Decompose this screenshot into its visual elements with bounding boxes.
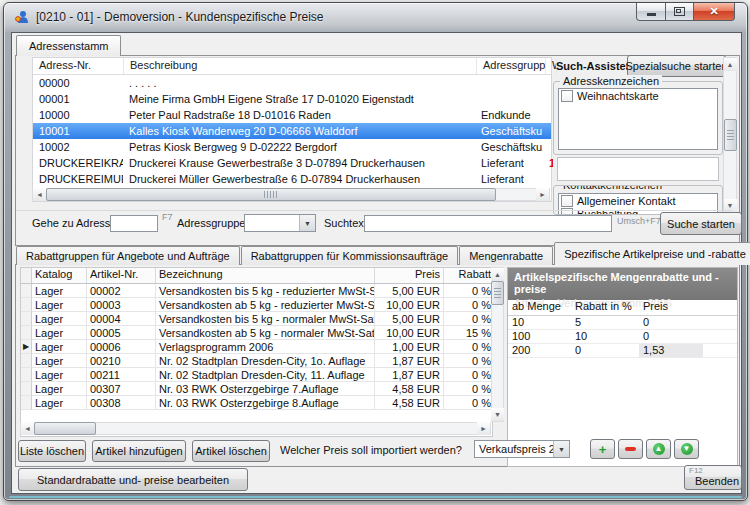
scroll-left-icon[interactable]: ◄ bbox=[33, 188, 46, 201]
address-row[interactable]: 10000Peter Paul Radstraße 18 D-01016 Rad… bbox=[33, 107, 551, 123]
scroll-up-icon[interactable]: ▲ bbox=[491, 268, 504, 281]
checkbox-icon[interactable] bbox=[561, 90, 573, 102]
address-flag-item[interactable]: Weihnachtskarte bbox=[559, 89, 717, 102]
quit-button[interactable]: F12 Beenden bbox=[684, 465, 742, 490]
scroll-left-icon[interactable]: ◄ bbox=[21, 422, 34, 435]
tab-adressenstamm[interactable]: Adressenstamm bbox=[16, 35, 121, 56]
address-row[interactable]: DRUCKEREIMUELLERDruckerei Müller Gewerbe… bbox=[33, 171, 551, 187]
address-hscroll-thumb[interactable] bbox=[46, 188, 496, 201]
article-row[interactable]: Lager00307Nr. 03 RWK Osterzgebirge 7.Auf… bbox=[21, 382, 492, 396]
column-header-rabatt[interactable]: Rabatt bbox=[444, 268, 495, 283]
delete-list-button[interactable]: Liste löschen bbox=[18, 440, 86, 462]
import-price-combobox[interactable]: Verkaufspreis 2 ▼ bbox=[474, 440, 570, 458]
qty-row[interactable]: 20001,53 bbox=[508, 344, 737, 358]
preis-cell: 1,87 EUR bbox=[375, 368, 444, 382]
article-row[interactable]: Lager00004Versandkosten bis 5 kg - norma… bbox=[21, 312, 492, 326]
price-tab-0[interactable]: Rabattgruppen für Angebote und Aufträge bbox=[16, 246, 240, 265]
special-search-button[interactable]: Spezialsuche starten bbox=[627, 55, 726, 77]
scroll-up-icon[interactable]: ▲ bbox=[724, 58, 737, 71]
column-header-adressgruppe[interactable]: Adressgruppe bbox=[477, 58, 546, 74]
quantity-table-body: 105010010020001,53 bbox=[508, 316, 737, 358]
article-row[interactable]: Lager00308Nr. 03 RWK Osterzgebirge 8.Auf… bbox=[21, 396, 492, 410]
column-header-bezeichnung[interactable]: Bezeichnung bbox=[156, 268, 375, 283]
rabatt-cell: 0 % bbox=[444, 354, 495, 368]
move-up-button[interactable]: ▲ bbox=[646, 439, 671, 459]
move-down-button[interactable]: ▼ bbox=[674, 439, 699, 459]
searchtext-input[interactable] bbox=[364, 215, 612, 232]
column-header-katalog[interactable]: Katalog bbox=[32, 268, 87, 283]
delete-article-button[interactable]: Artikel löschen bbox=[192, 440, 270, 462]
column-header-adressnr[interactable]: Adress-Nr. bbox=[33, 58, 124, 74]
address-nr-cell: DRUCKEREIMUELLER bbox=[33, 173, 123, 185]
article-row[interactable]: ▶Lager00006Verlagsprogramm 20061,00 EUR0… bbox=[21, 340, 492, 354]
article-vscroll-thumb[interactable] bbox=[491, 281, 504, 305]
quantity-panel-header: Artikelspezifische Mengenrabatte und -pr… bbox=[508, 268, 737, 300]
title-bar[interactable]: [0210 - 01] - Demoversion - Kundenspezif… bbox=[4, 3, 747, 31]
row-marker-cell bbox=[21, 298, 32, 312]
edit-default-prices-button[interactable]: Standardrabatte und- preise bearbeiten bbox=[18, 468, 248, 491]
address-group-cell: Lieferant bbox=[475, 157, 543, 169]
address-row[interactable]: 00001Meine Firma GmbH Eigene Straße 17 D… bbox=[33, 91, 551, 107]
address-nr-cell: 10001 bbox=[33, 125, 123, 137]
qty-preis-cell: 0 bbox=[639, 316, 703, 329]
column-header-rabattpct[interactable]: Rabatt in % bbox=[571, 300, 639, 315]
column-header-artikelnr[interactable]: Artikel-Nr. bbox=[87, 268, 156, 283]
rabatt-cell: 0 % bbox=[444, 368, 495, 382]
sa-vscroll-thumb[interactable] bbox=[724, 119, 737, 151]
chevron-down-icon[interactable]: ▼ bbox=[553, 441, 569, 457]
start-search-button[interactable]: Suche starten bbox=[660, 212, 742, 235]
contact-flag-item[interactable]: Allgemeiner Kontakt bbox=[559, 194, 717, 207]
address-table-hscrollbar[interactable]: ◄ ► bbox=[32, 188, 550, 201]
scroll-right-icon[interactable]: ► bbox=[536, 188, 549, 201]
add-article-button[interactable]: Artikel hinzufügen bbox=[92, 440, 186, 462]
minimize-button[interactable] bbox=[636, 3, 666, 21]
column-header-preis[interactable]: Preis bbox=[375, 268, 444, 283]
app-icon bbox=[14, 9, 30, 25]
scroll-down-icon[interactable]: ▼ bbox=[491, 408, 504, 421]
column-header-qpreis[interactable]: Preis bbox=[639, 300, 703, 315]
address-nr-cell: DRUCKEREIKRAUSE bbox=[33, 157, 123, 169]
katalog-cell: Lager bbox=[32, 396, 87, 410]
contact-flag-label: Allgemeiner Kontakt bbox=[577, 195, 675, 207]
preis-cell: 1,87 EUR bbox=[375, 354, 444, 368]
add-row-button[interactable]: + bbox=[590, 439, 615, 459]
chevron-down-icon[interactable]: ▼ bbox=[299, 215, 315, 231]
address-row[interactable]: DRUCKEREIKRAUSEDruckerei Krause Gewerbes… bbox=[33, 155, 551, 171]
scroll-right-icon[interactable]: ► bbox=[477, 422, 490, 435]
article-row[interactable]: Lager00210Nr. 02 Stadtplan Dresden-City,… bbox=[21, 354, 492, 368]
article-row[interactable]: Lager00211Nr. 02 Stadtplan Dresden-City,… bbox=[21, 368, 492, 382]
address-desc-cell: Peter Paul Radstraße 18 D-01016 Raden bbox=[123, 109, 475, 121]
article-row[interactable]: Lager00003Versandkosten ab 5 kg - reduzi… bbox=[21, 298, 492, 312]
qty-row[interactable]: 1050 bbox=[508, 316, 737, 330]
address-group-label: Adressgruppe bbox=[177, 217, 246, 229]
rabatt-cell: 0 % bbox=[444, 382, 495, 396]
article-row[interactable]: Lager00002Versandkosten bis 5 kg - reduz… bbox=[21, 284, 492, 298]
address-row[interactable]: 10002Petras Kiosk Bergweg 9 D-02222 Berg… bbox=[33, 139, 551, 155]
column-header-abmenge[interactable]: ab Menge bbox=[508, 300, 571, 315]
address-flags-listbox[interactable]: Weihnachtskarte bbox=[558, 88, 718, 150]
address-row[interactable]: 00000. . . . . bbox=[33, 75, 551, 91]
address-row[interactable]: 10001Kalles Kiosk Wanderweg 20 D-06666 W… bbox=[33, 123, 551, 139]
address-group-cell: Endkunde bbox=[475, 109, 543, 121]
goto-address-input[interactable] bbox=[110, 215, 158, 232]
price-tab-3[interactable]: Spezifische Artikelpreise und -rabatte bbox=[554, 242, 750, 265]
article-table-hscrollbar[interactable]: ◄ ► bbox=[20, 422, 491, 435]
artikelnr-cell: 00307 bbox=[87, 382, 156, 396]
close-button[interactable]: ✕ bbox=[694, 3, 735, 21]
checkbox-icon[interactable] bbox=[561, 195, 573, 207]
column-header-beschreibung[interactable]: Beschreibung bbox=[124, 58, 477, 74]
price-tab-1[interactable]: Rabattgruppen für Kommissionsaufträge bbox=[241, 246, 459, 265]
minus-icon bbox=[625, 447, 636, 451]
address-group-combobox[interactable]: ▼ bbox=[244, 214, 316, 232]
search-panel-vscrollbar[interactable]: ▲ ▼ bbox=[723, 57, 737, 213]
price-tab-2[interactable]: Mengenrabatte bbox=[459, 246, 553, 265]
row-marker-cell bbox=[21, 354, 32, 368]
remove-row-button[interactable] bbox=[618, 439, 643, 459]
article-table-vscrollbar[interactable]: ▲ ▼ bbox=[491, 267, 504, 422]
article-hscroll-thumb[interactable] bbox=[34, 422, 96, 435]
rabatt-cell: 0 % bbox=[444, 340, 495, 354]
article-row[interactable]: Lager00005Versandkosten ab 5 kg - normal… bbox=[21, 326, 492, 340]
article-table-body: Lager00002Versandkosten bis 5 kg - reduz… bbox=[21, 284, 492, 410]
maximize-button[interactable] bbox=[666, 3, 694, 21]
qty-row[interactable]: 100100 bbox=[508, 330, 737, 344]
